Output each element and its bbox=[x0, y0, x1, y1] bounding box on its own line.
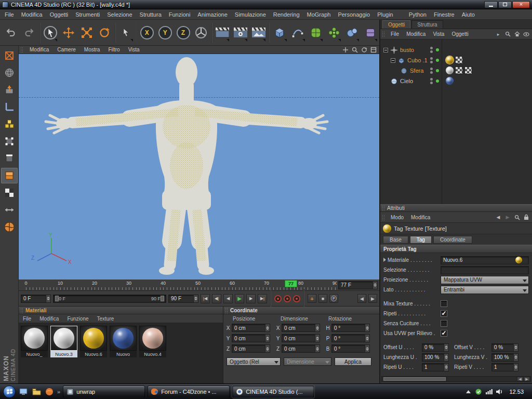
offset-v-field[interactable]: 0 % bbox=[491, 343, 518, 352]
pan-view-icon[interactable] bbox=[341, 47, 349, 53]
menu-plugin[interactable]: Plugin bbox=[374, 9, 397, 19]
keyframe-position-toggle[interactable]: + bbox=[308, 294, 316, 303]
subdivision-surface-button[interactable] bbox=[307, 21, 325, 44]
object-label[interactable]: Cielo bbox=[400, 78, 413, 84]
render-settings-button[interactable] bbox=[231, 21, 249, 44]
object-label[interactable]: busto bbox=[400, 47, 414, 53]
search-icon[interactable] bbox=[504, 31, 511, 37]
attr-menu-modifica[interactable]: Modifica bbox=[407, 212, 434, 222]
rot-p-field[interactable]: 0 ° bbox=[331, 334, 370, 342]
menu-finestre[interactable]: Finestre bbox=[430, 9, 458, 19]
workplane-mode-button[interactable] bbox=[1, 99, 18, 115]
coordinate-system-button[interactable] bbox=[192, 21, 210, 44]
antivirus-tray-icon[interactable] bbox=[475, 388, 482, 395]
hidden-icons-arrow[interactable] bbox=[464, 388, 472, 395]
texture-tag[interactable] bbox=[446, 66, 454, 74]
record-keyframe-button[interactable] bbox=[274, 295, 282, 302]
enabled-dot[interactable] bbox=[436, 69, 439, 72]
scale-tool[interactable] bbox=[77, 21, 96, 44]
scroll-left-arrow[interactable]: ◀ bbox=[517, 377, 523, 381]
object-row-cubo[interactable]: Cubo .1 bbox=[380, 55, 532, 65]
network-tray-icon[interactable] bbox=[485, 388, 493, 395]
material-item[interactable]: Nuovo.6 bbox=[80, 326, 107, 357]
material-item-selected[interactable]: Nuovo.3 bbox=[50, 326, 77, 357]
menu-modifica[interactable]: Modifica bbox=[18, 9, 46, 19]
object-label[interactable]: Sfera bbox=[410, 68, 423, 74]
deformer-button[interactable] bbox=[361, 21, 379, 44]
ripeti-v-field[interactable]: 1 bbox=[491, 363, 518, 371]
goto-start-button[interactable]: |◀ bbox=[201, 294, 210, 303]
dim-y-field[interactable]: 0 cm bbox=[282, 334, 320, 342]
live-selection-tool[interactable] bbox=[42, 21, 60, 44]
close-button[interactable]: × bbox=[512, 1, 530, 8]
menu-rendering[interactable]: Rendering bbox=[270, 9, 303, 19]
panel-overflow-icon[interactable]: ▸ bbox=[495, 31, 502, 37]
toggle-view-icon[interactable] bbox=[369, 47, 377, 53]
render-view-button[interactable] bbox=[214, 21, 232, 44]
mat-menu-file[interactable]: File bbox=[19, 314, 35, 323]
dim-z-field[interactable]: 0 cm bbox=[282, 344, 320, 353]
lock-z-button[interactable]: Z bbox=[174, 21, 192, 44]
minimize-button[interactable] bbox=[484, 1, 498, 8]
maximize-button[interactable] bbox=[498, 1, 512, 8]
lock-icon[interactable] bbox=[523, 214, 530, 221]
start-button[interactable] bbox=[3, 385, 16, 398]
visibility-dots[interactable] bbox=[430, 47, 433, 53]
menu-strumenti[interactable]: Strumenti bbox=[72, 9, 103, 19]
vp-menu-vista[interactable]: Vista bbox=[124, 46, 144, 54]
home-icon[interactable] bbox=[513, 31, 521, 37]
powerslider-left-arrow[interactable]: ◀ bbox=[357, 294, 366, 303]
eye-icon[interactable] bbox=[523, 31, 530, 37]
move-tool[interactable] bbox=[59, 21, 77, 44]
range-end-field[interactable]: 90 F bbox=[168, 295, 198, 303]
material-item[interactable]: Nuovo.4 bbox=[139, 326, 166, 357]
last-used-tool[interactable] bbox=[117, 21, 135, 44]
uvw-tag[interactable] bbox=[455, 56, 463, 64]
primitive-cube-button[interactable] bbox=[271, 21, 289, 44]
materiale-field[interactable]: Nuovo.6 bbox=[441, 256, 529, 264]
range-start-field[interactable]: 0 F bbox=[21, 295, 51, 303]
coordinate-mode-dropdown[interactable]: Oggetto (Rel bbox=[227, 357, 281, 366]
apply-button[interactable]: Applica bbox=[335, 357, 371, 366]
vp-menu-modifica[interactable]: Modifica bbox=[25, 46, 53, 54]
pos-z-field[interactable]: 0 cm bbox=[232, 344, 270, 353]
object-mode-button[interactable] bbox=[1, 116, 18, 132]
offset-u-field[interactable]: 0 % bbox=[422, 343, 449, 352]
material-item[interactable]: Nuovo_ bbox=[21, 326, 48, 357]
uvw-tag[interactable] bbox=[464, 66, 472, 74]
range-handle-left[interactable] bbox=[55, 296, 59, 301]
frame-range-slider[interactable]: 0 F 90 F bbox=[53, 295, 166, 303]
tab-coordinate[interactable]: Coordinate bbox=[433, 236, 472, 244]
rotate-tool[interactable] bbox=[96, 21, 114, 44]
range-handle-right[interactable] bbox=[161, 296, 164, 301]
play-button[interactable]: ▶ bbox=[235, 294, 244, 303]
snap-ball-button[interactable] bbox=[1, 219, 18, 235]
mixa-checkbox[interactable] bbox=[441, 300, 447, 307]
om-menu-file[interactable]: File bbox=[387, 29, 403, 39]
previous-key-button[interactable]: ◀| bbox=[212, 294, 221, 303]
array-object-button[interactable] bbox=[325, 21, 343, 44]
texture-tag[interactable] bbox=[446, 77, 454, 85]
axis-modification-button[interactable] bbox=[1, 202, 18, 218]
uvw-tag[interactable] bbox=[455, 66, 463, 74]
frame-spinner[interactable] bbox=[373, 282, 377, 289]
enabled-dot[interactable] bbox=[436, 79, 439, 83]
keyframe-parameter-toggle[interactable]: P bbox=[329, 294, 338, 303]
mat-menu-texture[interactable]: Texture bbox=[93, 314, 118, 323]
scroll-right-arrow[interactable]: ▶ bbox=[524, 377, 530, 381]
pos-y-field[interactable]: 0 cm bbox=[232, 334, 270, 342]
lunghezza-u-field[interactable]: 100 % bbox=[422, 353, 449, 362]
next-frame-button[interactable]: ▶ bbox=[246, 294, 256, 303]
tab-tag[interactable]: Tag bbox=[410, 236, 432, 244]
object-row-busto[interactable]: busto bbox=[380, 45, 532, 55]
vp-menu-camere[interactable]: Camere bbox=[53, 46, 80, 54]
current-frame-marker[interactable]: 77 bbox=[285, 280, 297, 287]
title-bar[interactable]: CINEMA 4D Studio (RC ) (32 Bit) - [wally… bbox=[0, 0, 532, 9]
menu-mograph[interactable]: MoGraph bbox=[303, 9, 335, 19]
rilievo-checkbox[interactable]: ✓ bbox=[441, 330, 447, 337]
attr-menu-modo[interactable]: Modo bbox=[387, 212, 407, 222]
spline-pen-button[interactable] bbox=[289, 21, 307, 44]
lunghezza-v-field[interactable]: 100 % bbox=[491, 353, 518, 362]
senza-cuciture-checkbox[interactable] bbox=[441, 320, 447, 327]
menu-struttura[interactable]: Struttura bbox=[136, 9, 165, 19]
